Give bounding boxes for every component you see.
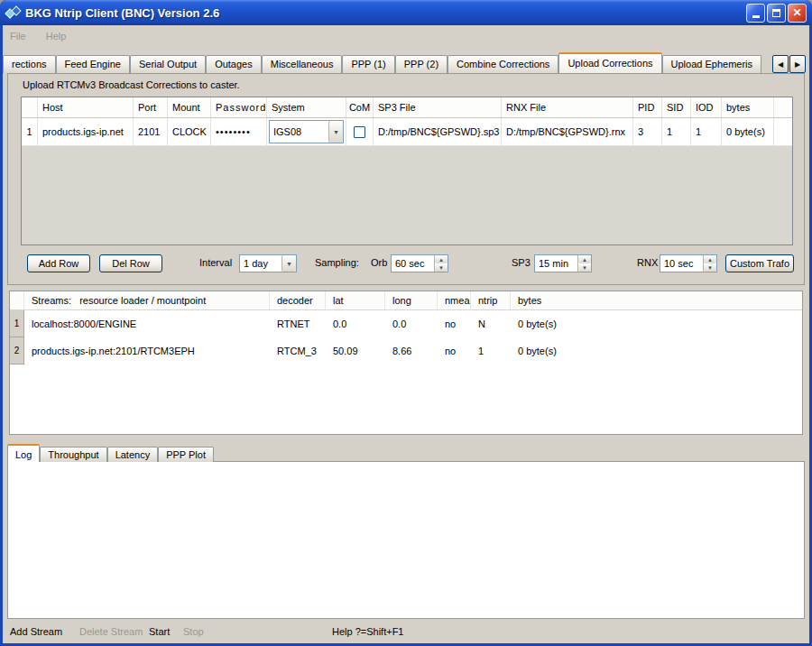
mount-cell[interactable]: CLOCK	[168, 118, 211, 145]
col-ntrip: ntrip	[471, 291, 511, 309]
tab-latency[interactable]: Latency	[107, 447, 159, 462]
system-cell: IGS08 ▼	[267, 118, 346, 145]
password-cell[interactable]: ••••••••	[211, 118, 267, 145]
add-stream-button[interactable]: Add Stream	[10, 626, 62, 637]
minimize-icon	[752, 15, 760, 18]
row-number: 1	[22, 118, 38, 145]
tab-scroll-left-button[interactable]: ◀	[772, 55, 789, 73]
col-sp3-file: SP3 File	[374, 97, 502, 117]
tab-upload-corrections[interactable]: Upload Corrections	[558, 52, 661, 73]
tab-corrections[interactable]: rections	[3, 55, 56, 73]
col-decoder: decoder	[270, 291, 326, 309]
tab-ppp-1[interactable]: PPP (1)	[342, 55, 394, 73]
help-shortcut-label[interactable]: Help ?=Shift+F1	[332, 626, 404, 637]
minimize-button[interactable]	[746, 4, 765, 23]
maximize-button[interactable]	[767, 4, 786, 23]
log-area[interactable]	[7, 461, 805, 619]
window-controls: ✕	[746, 4, 807, 23]
tab-serial-output[interactable]: Serial Output	[130, 55, 206, 73]
host-cell[interactable]: products.igs-ip.net	[38, 118, 134, 145]
sid-cell[interactable]: 1	[662, 118, 691, 145]
stop-button[interactable]: Stop	[183, 626, 204, 637]
col-port: Port	[134, 97, 168, 117]
tab-scroll-right-button[interactable]: ▶	[789, 55, 806, 73]
tab-bar: rections Feed Engine Serial Output Outag…	[3, 52, 770, 73]
tab-miscellaneous[interactable]: Miscellaneous	[262, 55, 343, 73]
tab-ppp-plot[interactable]: PPP Plot	[158, 447, 214, 462]
table-empty-area	[22, 146, 792, 245]
close-button[interactable]: ✕	[788, 4, 807, 23]
upload-corrections-panel: Upload RTCMv3 Broadcast Corrections to c…	[7, 73, 805, 285]
com-checkbox[interactable]	[354, 126, 365, 138]
menu-file[interactable]: File	[10, 31, 26, 42]
ntrip-cell: N	[471, 310, 511, 337]
ntrip-cell: 1	[471, 337, 511, 365]
col-pid: PID	[633, 97, 662, 117]
col-host: Host	[38, 97, 134, 117]
nmea-cell: no	[438, 337, 471, 365]
col-long: long	[385, 291, 438, 309]
spin-down-icon[interactable]: ▼	[435, 263, 448, 272]
delete-stream-button[interactable]: Delete Stream	[79, 626, 143, 637]
spin-up-icon[interactable]: ▲	[578, 255, 591, 263]
tab-scroll-buttons: ◀ ▶	[772, 55, 806, 73]
rnx-label: RNX	[637, 257, 658, 268]
interval-select[interactable]: 1 day ▼	[239, 254, 297, 272]
col-com: CoM	[346, 97, 374, 117]
stream-row-number: 1	[10, 310, 24, 337]
iod-cell[interactable]: 1	[691, 118, 722, 145]
col-sid: SID	[662, 97, 691, 117]
panel-description: Upload RTCMv3 Broadcast Corrections to c…	[23, 79, 240, 90]
sp3-spinner[interactable]: 15 min ▲ ▼	[534, 254, 592, 272]
sp3-label: SP3	[512, 257, 531, 268]
orb-spinner-value: 60 sec	[392, 258, 434, 269]
long-cell: 8.66	[385, 337, 438, 365]
chevron-down-icon: ▼	[328, 121, 343, 143]
del-row-button[interactable]: Del Row	[99, 254, 162, 272]
lat-cell: 0.0	[326, 310, 385, 337]
action-bar: Add Stream Delete Stream Start Stop Help…	[3, 623, 809, 642]
custom-trafo-button[interactable]: Custom Trafo	[725, 254, 794, 272]
spin-up-icon[interactable]: ▲	[435, 255, 448, 263]
stream-row-number: 2	[10, 337, 24, 365]
col-rnx-file: RNX File	[502, 97, 633, 117]
stream-row[interactable]: 1 localhost:8000/ENGINE RTNET 0.0 0.0 no…	[10, 310, 802, 337]
rnx-spin-buttons: ▲ ▼	[703, 255, 716, 272]
tab-upload-ephemeris[interactable]: Upload Ephemeris	[662, 55, 762, 73]
stream-row[interactable]: 2 products.igs-ip.net:2101/RTCM3EPH RTCM…	[10, 337, 802, 365]
orb-spinner[interactable]: 60 sec ▲ ▼	[391, 254, 448, 272]
sp3-file-cell[interactable]: D:/tmp/BNC${GPSWD}.sp3	[374, 118, 502, 145]
interval-label: Interval	[199, 257, 232, 268]
mountpoint-cell: products.igs-ip.net:2101/RTCM3EPH	[24, 337, 270, 365]
col-lat: lat	[326, 291, 385, 309]
tab-throughput[interactable]: Throughput	[40, 447, 106, 462]
upload-controls: Add Row Del Row Interval 1 day ▼ Samplin…	[8, 254, 804, 274]
app-window: BKG Ntrip Client (BNC) Version 2.6 ✕ Fil…	[0, 0, 812, 646]
port-cell[interactable]: 2101	[134, 118, 168, 145]
tab-log[interactable]: Log	[7, 444, 40, 462]
client-area: File Help rections Feed Engine Serial Ou…	[3, 25, 809, 643]
start-button[interactable]: Start	[149, 626, 170, 637]
rnx-file-cell[interactable]: D:/tmp/BNC${GPSWD}.rnx	[502, 118, 633, 145]
spin-down-icon[interactable]: ▼	[704, 263, 716, 272]
tab-combine-corrections[interactable]: Combine Corrections	[448, 55, 558, 73]
lat-cell: 50.09	[326, 337, 385, 365]
log-tab-bar: Log Throughput Latency PPP Plot	[7, 444, 214, 462]
rnx-spinner-value: 10 sec	[660, 258, 703, 269]
chevron-down-icon: ▼	[281, 255, 296, 272]
sp3-spinner-value: 15 min	[535, 258, 577, 269]
tab-feed-engine[interactable]: Feed Engine	[56, 55, 130, 73]
spin-up-icon[interactable]: ▲	[704, 255, 716, 263]
system-combo[interactable]: IGS08 ▼	[269, 120, 344, 143]
bytes-cell: 0 byte(s)	[722, 118, 774, 145]
corner-header-cell	[22, 97, 38, 117]
tab-outages[interactable]: Outages	[206, 55, 262, 73]
mountpoint-cell: localhost:8000/ENGINE	[24, 310, 270, 337]
spin-down-icon[interactable]: ▼	[578, 263, 591, 272]
add-row-button[interactable]: Add Row	[27, 254, 90, 272]
sp3-spin-buttons: ▲ ▼	[577, 255, 591, 272]
rnx-spinner[interactable]: 10 sec ▲ ▼	[660, 254, 717, 272]
pid-cell[interactable]: 3	[633, 118, 662, 145]
tab-ppp-2[interactable]: PPP (2)	[395, 55, 448, 73]
menu-help[interactable]: Help	[46, 31, 67, 42]
